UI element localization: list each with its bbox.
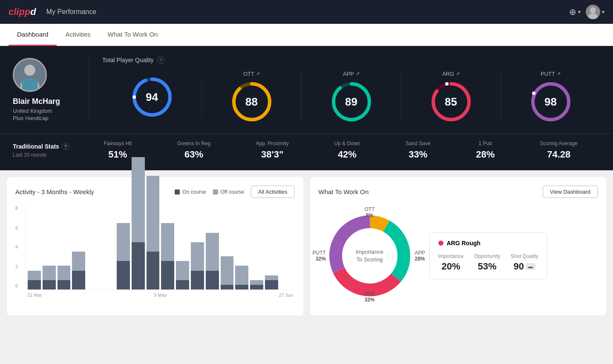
stat-proximity-label: App. Proximity bbox=[256, 140, 289, 146]
player-country: United Kingdom bbox=[13, 108, 52, 114]
score-app: APP ↗ 89 bbox=[302, 71, 401, 123]
stat-1putt: 1 Putt 28% bbox=[476, 140, 495, 160]
stat-sandsave-value: 33% bbox=[406, 149, 431, 160]
legend-off-course: Off course bbox=[213, 189, 244, 195]
ring-app: 89 bbox=[330, 80, 373, 123]
traditional-stats: Traditional Stats ? Last 20 rounds Fairw… bbox=[0, 133, 613, 170]
bar-group bbox=[43, 205, 56, 289]
all-activities-button[interactable]: All Activities bbox=[251, 186, 295, 198]
arg-opportunity-value: 53% bbox=[474, 261, 501, 272]
stat-1putt-value: 28% bbox=[476, 149, 495, 160]
legend-on-course: On course bbox=[175, 189, 206, 195]
bar-off-course bbox=[72, 252, 85, 271]
svg-point-3 bbox=[24, 65, 35, 76]
arg-dot-icon bbox=[438, 241, 443, 246]
quality-info-icon[interactable]: ? bbox=[157, 56, 165, 64]
app-arrow-icon: ↗ bbox=[356, 71, 360, 77]
quality-section: Total Player Quality ? 94 OTT bbox=[89, 56, 600, 123]
work-content: ImportanceTo Scoring OTT 8% APP 28% ARG … bbox=[319, 205, 598, 307]
arg-shot-quality-label: Shot Quality bbox=[511, 253, 538, 259]
bar-off-course bbox=[132, 157, 145, 242]
bar-group bbox=[28, 205, 41, 289]
score-ott-value: 88 bbox=[245, 95, 258, 109]
arg-importance: Importance 20% bbox=[438, 253, 464, 272]
arg-metrics: Importance 20% Opportunity 53% Shot Qual… bbox=[438, 253, 538, 272]
bar-on-course bbox=[43, 280, 56, 289]
bar-off-course bbox=[28, 271, 41, 280]
chart-legend: On course Off course bbox=[175, 189, 244, 195]
donut-label-putt: PUTT 32% bbox=[313, 250, 326, 262]
stat-greens-label: Greens In Reg bbox=[177, 140, 210, 146]
arg-opportunity: Opportunity 53% bbox=[474, 253, 501, 272]
svg-point-18 bbox=[532, 92, 535, 95]
work-title: What To Work On bbox=[319, 188, 369, 195]
chart-title: Activity - 3 Months - Weekly bbox=[15, 188, 94, 195]
header-title: My Performance bbox=[46, 8, 96, 16]
x-axis-labels: 21 Mar 9 May 27 Jun bbox=[26, 292, 295, 298]
bar-group bbox=[147, 205, 160, 289]
stat-scoring: Scoring Average 74.28 bbox=[540, 140, 578, 160]
trad-stats-subtitle: Last 20 rounds bbox=[13, 152, 81, 158]
svg-point-0 bbox=[590, 7, 596, 13]
header-left: clippd My Performance bbox=[9, 6, 96, 17]
bar-group bbox=[161, 205, 174, 289]
bar-on-course bbox=[161, 261, 174, 289]
bar-chart-area bbox=[26, 205, 295, 290]
app-label: APP ↗ bbox=[343, 71, 360, 77]
score-total: 94 bbox=[102, 76, 202, 118]
ring-arg: 85 bbox=[430, 80, 472, 123]
tab-activities[interactable]: Activities bbox=[57, 24, 99, 46]
bar-off-course bbox=[221, 256, 234, 285]
bar-on-course bbox=[117, 261, 130, 289]
bar-off-course bbox=[176, 261, 189, 280]
donut-center-text: ImportanceTo Scoring bbox=[356, 248, 383, 264]
tab-what-to-work-on[interactable]: What To Work On bbox=[99, 24, 167, 46]
stat-items: Fairways Hit 51% Greens In Reg 63% App. … bbox=[81, 140, 600, 160]
header: clippd My Performance ⊕ ▾ ▾ bbox=[0, 0, 613, 24]
tab-dashboard[interactable]: Dashboard bbox=[9, 24, 57, 46]
arg-shot-quality-value-row: 90 ▬ bbox=[511, 261, 538, 272]
bar-group bbox=[58, 205, 71, 289]
bar-group bbox=[72, 205, 85, 289]
bar-off-course bbox=[206, 233, 219, 271]
stat-proximity-value: 38'3" bbox=[256, 149, 289, 160]
stat-scoring-label: Scoring Average bbox=[540, 140, 578, 146]
bar-group bbox=[206, 205, 219, 289]
score-total-value: 94 bbox=[146, 90, 158, 103]
stat-updown: Up & Down 42% bbox=[334, 140, 360, 160]
arg-label: ARG ↗ bbox=[442, 71, 460, 77]
stat-scoring-value: 74.28 bbox=[540, 149, 578, 160]
score-putt: PUTT ↗ 98 bbox=[501, 71, 600, 123]
quality-title: Total Player Quality bbox=[102, 57, 154, 63]
stat-proximity: App. Proximity 38'3" bbox=[256, 140, 289, 160]
trad-stats-info-icon[interactable]: ? bbox=[62, 143, 69, 150]
bar-group bbox=[280, 205, 293, 289]
arg-opportunity-label: Opportunity bbox=[474, 253, 501, 259]
bar-group bbox=[265, 205, 278, 289]
score-arg-value: 85 bbox=[445, 95, 457, 109]
bar-group bbox=[132, 205, 145, 289]
user-menu[interactable]: ▾ bbox=[586, 5, 604, 19]
bar-chart-wrapper: 0 2 4 6 8 21 Mar 9 May 27 Jun bbox=[15, 205, 295, 298]
bar-off-course bbox=[191, 242, 204, 271]
stat-fairways-label: Fairways Hit bbox=[104, 140, 132, 146]
bar-on-course bbox=[147, 252, 160, 289]
donut-chart: ImportanceTo Scoring OTT 8% APP 28% ARG … bbox=[319, 205, 421, 307]
bar-group bbox=[191, 205, 204, 289]
view-dashboard-button[interactable]: View Dashboard bbox=[543, 186, 598, 198]
bar-on-course bbox=[132, 242, 145, 289]
donut-label-arg: ARG 32% bbox=[364, 291, 375, 303]
arg-importance-label: Importance bbox=[438, 253, 464, 259]
trad-stats-title: Traditional Stats ? bbox=[13, 143, 81, 150]
y-axis-labels: 0 2 4 6 8 bbox=[15, 205, 18, 289]
arg-shot-quality-value: 90 bbox=[514, 261, 524, 272]
score-badge: ▬ bbox=[526, 263, 535, 270]
quality-header: Total Player Quality ? bbox=[102, 56, 600, 64]
bar-on-course bbox=[221, 285, 234, 289]
add-button[interactable]: ⊕ ▾ bbox=[569, 7, 581, 17]
player-avatar bbox=[13, 58, 47, 92]
ott-label: OTT ↗ bbox=[243, 71, 260, 77]
bar-group bbox=[102, 205, 115, 289]
quality-scores: 94 OTT ↗ 88 AP bbox=[102, 71, 600, 123]
dashboard-top: Blair McHarg United Kingdom Plus Handica… bbox=[0, 46, 613, 133]
